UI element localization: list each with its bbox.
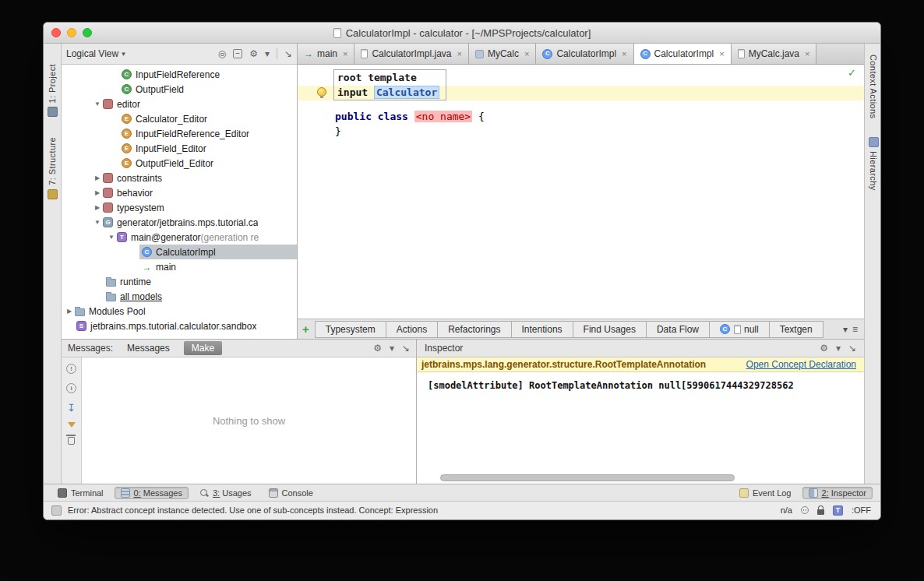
root-template-keyword[interactable]: root template [337,72,417,83]
locate-icon[interactable]: ◎ [218,48,226,59]
expand-arrow-icon[interactable]: ▼ [92,100,103,107]
aspect-tab-intentions[interactable]: Intentions [511,321,573,338]
tree-item-behavior[interactable]: ▶behavior [62,185,297,200]
close-tab-icon[interactable]: × [457,49,462,58]
info-filter-icon[interactable]: i [66,383,76,393]
input-reference-cell[interactable]: Calculator [374,86,439,99]
tree-item-runtime[interactable]: runtime [62,274,297,289]
collapse-all-icon[interactable]: − [233,49,242,58]
root-template-cell[interactable]: root template input Calculator [333,69,446,100]
intention-bulb-icon[interactable] [317,87,326,97]
editor-tab-main[interactable]: →main× [298,44,354,64]
tree-item-modules-pool[interactable]: ▶Modules Pool [62,304,297,319]
chevron-down-icon[interactable]: ▾ [843,324,848,335]
editor-tab-calculatorimpl-1[interactable]: CCalculatorImpl× [536,44,633,64]
tree-item-editor[interactable]: ▼editor [62,97,297,111]
gear-icon[interactable]: ⚙ [249,48,258,59]
collapse-arrow-icon[interactable]: ▶ [64,308,75,315]
toolwindow-inspector[interactable]: 2: Inspector [802,487,873,499]
tree-item-inputfield-editor[interactable]: EInputField_Editor [62,141,297,156]
aspect-tab-actions[interactable]: Actions [386,321,438,338]
tool-button-project[interactable]: 1: Project [48,64,58,117]
add-aspect-icon[interactable]: + [302,323,309,335]
messages-header: Messages: Messages Make ⚙▾ ↘ [62,340,416,357]
gear-dropdown-icon[interactable]: ▾ [390,343,394,354]
class-name-error-cell[interactable]: <no name> [414,111,472,122]
open-concept-declaration-link[interactable]: Open Concept Declaration [746,359,859,370]
collapse-arrow-icon[interactable]: ▶ [92,204,103,211]
gear-icon[interactable]: ⚙ [820,343,828,354]
clear-all-icon[interactable] [68,437,75,445]
messages-tab-messages[interactable]: Messages [119,341,178,355]
inspector-header: Inspector ⚙▾ ↘ [417,340,864,357]
typesystem-badge[interactable]: T [833,505,843,516]
view-selector[interactable]: Logical View [66,48,118,59]
tree-item-all-models[interactable]: all models [62,289,297,304]
horizontal-scrollbar[interactable] [423,474,856,481]
editor-tab-mycalc[interactable]: MyCalc× [469,44,536,64]
close-tab-icon[interactable]: × [343,49,347,58]
tree-item-inputfieldreference-editor[interactable]: EInputFieldReference_Editor [62,126,297,141]
inspection-status-check-icon[interactable]: ✓ [848,67,856,79]
close-tab-icon[interactable]: × [622,49,626,58]
editor-aspect-icon: E [122,143,132,153]
aspect-tab-typesystem[interactable]: Typesystem [315,321,386,338]
model-icon [103,173,113,183]
tool-button-context-actions[interactable]: Context Actions [869,55,878,118]
hide-panel-icon[interactable]: ↘ [402,343,410,354]
tree-item-outputfield[interactable]: COutputField [62,82,297,97]
hide-panel-icon[interactable]: ↘ [284,48,292,59]
gear-dropdown-icon[interactable]: ▾ [265,48,270,59]
inspector-content[interactable]: [smodelAttribute] RootTemplateAnnotation… [417,372,864,484]
gear-dropdown-icon[interactable]: ▾ [836,343,841,354]
editor-tab-mycalc-java[interactable]: MyCalc.java× [732,44,817,64]
close-tab-icon[interactable]: × [719,49,724,58]
export-icon[interactable]: ↧ [67,403,76,413]
tree-item-typesystem[interactable]: ▶typesystem [62,200,297,215]
messages-tab-make[interactable]: Make [184,341,222,355]
toolwindow-messages[interactable]: 0: Messages [115,487,189,499]
expand-arrow-icon[interactable]: ▼ [92,219,103,226]
toolwindow-usages[interactable]: 3: Usages [193,487,258,499]
inspections-profile-icon[interactable] [801,506,809,514]
aspect-tab-data-flow[interactable]: Data Flow [646,321,710,338]
tree-item-main-generator[interactable]: ▼Tmain@generator (generation re [62,230,297,245]
editor-tab-calculatorimpl-java[interactable]: CalculatorImpl.java× [354,44,468,64]
gear-icon[interactable]: ⚙ [373,343,382,354]
tree-item-generator[interactable]: ▼Ggenerator/jetbrains.mps.tutorial.ca [62,215,297,230]
editor-tab-calculatorimpl-2[interactable]: CCalculatorImpl× [634,44,732,64]
toolwindow-event-log[interactable]: Event Log [733,487,798,499]
close-tab-icon[interactable]: × [524,49,529,58]
tree-item-constraints[interactable]: ▶constraints [62,171,297,185]
aspect-tab-null[interactable]: Cnull [709,321,770,338]
hide-panel-icon[interactable]: ↘ [848,343,856,354]
toolwindow-terminal[interactable]: Terminal [51,487,110,499]
close-tab-icon[interactable]: × [805,49,809,58]
background-tasks-icon[interactable] [51,505,62,516]
write-lock-icon[interactable] [817,509,824,515]
aspect-tab-textgen[interactable]: Textgen [769,321,823,338]
tree-item-calculatorimpl[interactable]: CCalculatorImpl [62,245,297,259]
collapse-arrow-icon[interactable]: ▶ [92,174,103,181]
aspect-tab-find-usages[interactable]: Find Usages [573,321,647,338]
tree-item-sandbox[interactable]: Sjetbrains.mps.tutorial.calculator.sandb… [62,319,297,333]
view-selector-caret-icon[interactable]: ▾ [122,50,125,58]
error-filter-icon[interactable]: ! [66,364,76,374]
tree-item-main[interactable]: →main [62,259,297,274]
expand-arrow-icon[interactable]: ▼ [106,234,117,241]
tool-button-hierarchy[interactable]: Hierarchy [869,137,879,191]
class-keywords[interactable]: public class [335,111,408,122]
toolwindow-console[interactable]: Console [263,487,319,499]
input-keyword[interactable]: input [337,86,368,98]
right-tool-strip: Context Actions Hierarchy [864,44,881,484]
collapse-arrow-icon[interactable]: ▶ [92,189,103,196]
filter-icon[interactable] [68,422,76,428]
tree-item-outputfield-editor[interactable]: EOutputField_Editor [62,156,297,171]
tab-list-icon[interactable]: ≡ [852,324,858,335]
tree-item-calculator-editor[interactable]: ECalculator_Editor [62,111,297,126]
scrollbar-thumb[interactable] [440,474,735,481]
tree-item-inputfieldreference[interactable]: CInputFieldReference [62,67,297,82]
code-editor[interactable]: root template input Calculator public cl… [298,65,864,319]
tool-button-structure[interactable]: 7: Structure [48,137,58,199]
aspect-tab-refactorings[interactable]: Refactorings [437,321,511,338]
